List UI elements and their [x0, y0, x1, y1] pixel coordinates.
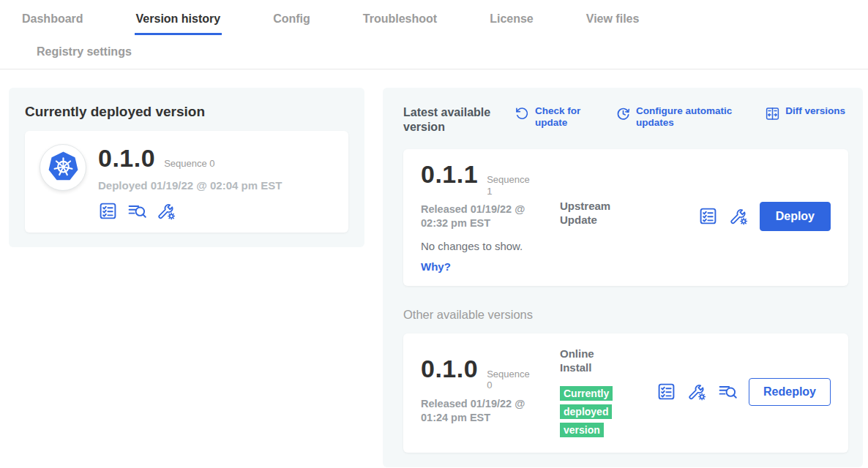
preflight-checks-icon[interactable]: [698, 206, 718, 226]
check-for-update-icon: [515, 106, 530, 121]
other-sequence-label: Sequence 0: [487, 369, 535, 391]
other-version-number: 0.1.0: [421, 355, 478, 383]
automatic-updates-icon: [616, 106, 631, 121]
nav-row-2: Registry settings: [20, 35, 868, 69]
latest-available-panel: Latest available version Check for updat…: [383, 88, 863, 467]
currently-deployed-title: Currently deployed version: [25, 104, 348, 120]
other-version-info: 0.1.0 Sequence 0 Released 01/19/22 @ 01:…: [421, 344, 560, 439]
tab-troubleshoot[interactable]: Troubleshoot: [362, 4, 438, 35]
latest-version-card: 0.1.1 Sequence 1 Released 01/19/22 @ 02:…: [403, 149, 848, 286]
why-link[interactable]: Why?: [421, 260, 560, 273]
latest-available-title: Latest available version: [403, 105, 515, 135]
preflight-checks-icon[interactable]: [656, 382, 676, 401]
tab-dashboard[interactable]: Dashboard: [20, 4, 85, 35]
tab-registry-settings[interactable]: Registry settings: [35, 37, 133, 68]
diff-versions-label: Diff versions: [785, 105, 845, 117]
nav-row-1: Dashboard Version history Config Trouble…: [20, 0, 868, 35]
configure-automatic-updates-button[interactable]: Configure automatic updates: [616, 105, 736, 129]
main-content: Currently deployed version 0.1.0 Sequenc…: [0, 69, 868, 467]
latest-version-info: 0.1.1 Sequence 1 Released 01/19/22 @ 02:…: [421, 160, 560, 273]
edit-config-icon[interactable]: [729, 206, 749, 226]
deploy-button[interactable]: Deploy: [760, 202, 831, 231]
currently-deployed-badge-wrap: Currently deployed version: [560, 385, 616, 439]
deploy-logs-icon[interactable]: [718, 382, 738, 401]
latest-released-timestamp: Released 01/19/22 @ 02:32 pm EST: [421, 203, 550, 230]
kubernetes-logo-icon: [46, 151, 81, 185]
deploy-logs-icon[interactable]: [127, 201, 147, 221]
deployed-timestamp: Deployed 01/19/22 @ 02:04 pm EST: [98, 179, 282, 192]
preflight-checks-icon[interactable]: [98, 201, 118, 221]
check-for-update-label: Check for update: [535, 105, 589, 129]
latest-version-number: 0.1.1: [421, 160, 478, 189]
other-source-column: Online Install Currently deployed versio…: [560, 344, 656, 439]
other-released-timestamp: Released 01/19/22 @ 01:24 pm EST: [421, 397, 550, 425]
currently-deployed-panel: Currently deployed version 0.1.0 Sequenc…: [9, 88, 364, 247]
app-logo-circle: [40, 144, 86, 191]
check-for-update-button[interactable]: Check for update: [515, 105, 589, 129]
deployed-sequence-label: Sequence 0: [164, 158, 214, 169]
other-version-card: 0.1.0 Sequence 0 Released 01/19/22 @ 01:…: [403, 333, 848, 453]
edit-config-icon[interactable]: [687, 382, 707, 401]
deployed-version-card: 0.1.0 Sequence 0 Deployed 01/19/22 @ 02:…: [25, 131, 348, 233]
diff-versions-icon: [765, 106, 780, 121]
tab-view-files[interactable]: View files: [585, 4, 641, 35]
latest-actions-column: Deploy: [698, 202, 831, 231]
latest-available-header: Latest available version Check for updat…: [403, 105, 848, 135]
currently-deployed-badge: Currently deployed version: [560, 386, 613, 437]
diff-versions-button[interactable]: Diff versions: [765, 105, 845, 121]
no-changes-note: No changes to show.: [421, 240, 560, 252]
latest-source-column: Upstream Update: [560, 160, 656, 273]
tab-config[interactable]: Config: [272, 4, 312, 35]
tab-license[interactable]: License: [488, 4, 535, 35]
tab-version-history[interactable]: Version history: [135, 4, 222, 35]
deployed-version-number: 0.1.0: [98, 144, 155, 173]
top-navigation: Dashboard Version history Config Trouble…: [0, 0, 868, 69]
configure-automatic-updates-label: Configure automatic updates: [636, 105, 736, 129]
latest-source-label: Upstream Update: [560, 200, 621, 227]
redeploy-button[interactable]: Redeploy: [749, 378, 831, 406]
latest-sequence-label: Sequence 1: [487, 174, 535, 197]
other-source-label: Online Install: [560, 347, 621, 375]
other-actions-column: Redeploy: [656, 378, 831, 406]
other-available-versions-heading: Other available versions: [403, 308, 848, 322]
deployed-version-details: 0.1.0 Sequence 0 Deployed 01/19/22 @ 02:…: [98, 144, 282, 221]
edit-config-icon[interactable]: [157, 201, 176, 221]
